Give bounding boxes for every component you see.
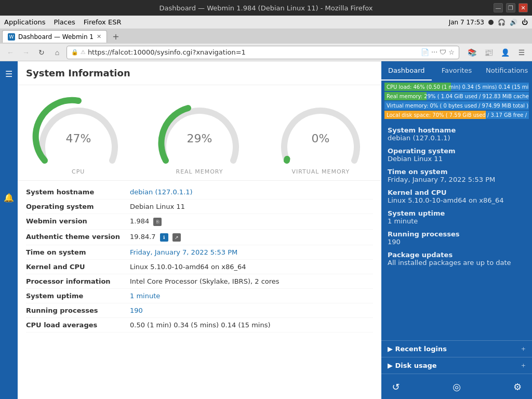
sidebar-tab-dashboard[interactable]: Dashboard (381, 61, 432, 81)
row-value-theme: 19.84.7 ℹ ↗ (130, 233, 181, 242)
row-value-hostname[interactable]: debian (127.0.1.1) (130, 188, 193, 196)
back-button[interactable]: ← (4, 46, 17, 59)
table-row: Kernel and CPU Linux 5.10.0-10-amd64 on … (26, 260, 373, 274)
menu-places[interactable]: Places (54, 18, 75, 26)
hamburger-menu[interactable]: ☰ (1, 65, 17, 82)
vmem-gauge-svg: 0% (274, 90, 367, 174)
sidebar-item-os: Operating system Debian Linux 11 (388, 147, 526, 163)
tray-icon-2: 🔊 (510, 19, 517, 26)
profile-icon[interactable]: 👤 (499, 46, 511, 59)
notification-bell[interactable]: 🔔 (1, 189, 17, 206)
info-icon[interactable]: ℹ (160, 233, 168, 242)
row-label-theme: Authentic theme version (26, 233, 130, 241)
sidebar-updates-label: Package updates (388, 251, 526, 259)
forward-button[interactable]: → (20, 46, 32, 59)
vmem-gauge: 0% VIRTUAL MEMORY (263, 90, 378, 175)
maximize-button[interactable]: ❐ (506, 3, 515, 12)
row-value-uptime[interactable]: 1 minute (130, 292, 160, 300)
tab-favicon: W (8, 33, 15, 41)
disk-status-bar: Local disk space: 70% ( 7.59 GiB used / … (384, 111, 529, 119)
svg-text:0%: 0% (312, 132, 330, 145)
home-button[interactable]: ⌂ (51, 46, 63, 59)
system-time-area: Jan 7 17:53 🎧 🔊 ⏻ (449, 19, 528, 26)
left-toolbar: ☰ 🔔 (0, 61, 18, 399)
svg-text:29%: 29% (187, 132, 212, 145)
copy-icon[interactable]: ⎘ (153, 218, 162, 226)
toolbar-icons: 📚 📰 👤 ☰ (466, 46, 528, 59)
sidebar-section-disk-usage[interactable]: ▶ Disk usage + (381, 357, 532, 374)
disk-bar-text: Local disk space: 70% ( 7.59 GiB used / … (387, 112, 529, 118)
refresh-button[interactable]: ↺ (388, 378, 404, 395)
row-value-webmin: 1.984 ⎘ (130, 217, 162, 226)
virtual-memory-bar-text: Virtual memory: 0% ( 0 bytes used / 974.… (387, 103, 528, 109)
shield-icon[interactable]: 🛡 (440, 48, 446, 56)
sidebar-kernel-value: Linux 5.10.0-10-amd64 on x86_64 (388, 196, 526, 204)
minimize-button[interactable]: — (494, 3, 503, 12)
sidebar-item-kernel: Kernel and CPU Linux 5.10.0-10-amd64 on … (388, 189, 526, 204)
tab-close-button[interactable]: ✕ (97, 33, 101, 40)
table-row: Webmin version 1.984 ⎘ (26, 214, 373, 230)
row-value-kernel: Linux 5.10.0-10-amd64 on x86_64 (130, 263, 246, 271)
sidebar-processes-value: 190 (388, 238, 526, 246)
row-label-hostname: System hostname (26, 188, 130, 196)
row-value-processor: Intel Core Processor (Skylake, IBRS), 2 … (130, 277, 280, 285)
row-value-os: Debian Linux 11 (130, 203, 185, 210)
url-more-button[interactable]: ··· (431, 48, 437, 56)
sidebar-time-value: Friday, January 7, 2022 5:53 PM (388, 176, 526, 183)
cpu-bar-bg: CPU load: 46% (0.50 (1 min) 0.34 (5 mins… (384, 83, 529, 91)
reload-button[interactable]: ↻ (35, 46, 48, 59)
title-bar: Dashboard — Webmin 1.984 (Debian Linux 1… (0, 0, 532, 16)
tray-icon-1: 🎧 (498, 19, 506, 26)
sidebar-hostname-label: System hostname (388, 126, 526, 134)
sidebar-section-recent-logins[interactable]: ▶ Recent logins + (381, 340, 532, 357)
row-label-time: Time on system (26, 248, 130, 256)
new-tab-button[interactable]: + (109, 32, 122, 42)
sidebar-tab-favorites[interactable]: Favorites (432, 61, 482, 81)
row-label-processes: Running processes (26, 307, 130, 314)
virtual-memory-status-bar: Virtual memory: 0% ( 0 bytes used / 974.… (384, 101, 529, 110)
menu-icon[interactable]: ☰ (515, 46, 528, 59)
tab-dashboard[interactable]: W Dashboard — Webmin 1 ✕ (2, 30, 107, 43)
status-bars: CPU load: 46% (0.50 (1 min) 0.34 (5 mins… (381, 81, 532, 122)
page-title: System Information (26, 68, 130, 78)
window-controls: — ❐ ✕ (494, 3, 528, 12)
https-indicator: ⚠ (81, 49, 86, 56)
bookmark-icon[interactable]: ☆ (448, 48, 455, 56)
window-title: Dashboard — Webmin 1.984 (Debian Linux 1… (159, 4, 373, 12)
url-display[interactable]: https://falcot:10000/sysinfo.cgi?xnaviga… (88, 48, 419, 56)
menu-applications[interactable]: Applications (4, 18, 45, 26)
row-value-time[interactable]: Friday, January 7, 2022 5:53 PM (130, 248, 237, 256)
url-input-wrap[interactable]: 🔒 ⚠ https://falcot:10000/sysinfo.cgi?xna… (66, 46, 459, 59)
settings-button[interactable]: ⚙ (509, 378, 526, 395)
sidebar-tab-notifications[interactable]: Notifications (482, 61, 532, 81)
cpu-bar-text: CPU load: 46% (0.50 (1 min) 0.34 (5 mins… (387, 84, 529, 90)
sidebar-item-processes: Running processes 190 (388, 230, 526, 246)
table-row: Running processes 190 (26, 303, 373, 318)
disk-usage-label: ▶ Disk usage (388, 362, 437, 369)
sidebar-icon[interactable]: 📰 (482, 46, 495, 59)
sidebar-item-uptime: System uptime 1 minute (388, 209, 526, 225)
row-label-webmin: Webmin version (26, 217, 130, 225)
reader-icon[interactable]: 📄 (421, 48, 429, 56)
tray-dot (488, 20, 494, 25)
sidebar-updates-value: All installed packages are up to date (388, 259, 526, 267)
table-row: Processor information Intel Core Process… (26, 274, 373, 289)
recent-logins-expand[interactable]: + (521, 345, 526, 352)
vmem-label: VIRTUAL MEMORY (291, 168, 350, 175)
sidebar-uptime-value: 1 minute (388, 217, 526, 225)
sidebar-processes-label: Running processes (388, 230, 526, 238)
sidebar-bottom: ↺ ◎ ⚙ (381, 374, 532, 399)
menu-firefox-esr[interactable]: Firefox ESR (84, 18, 122, 26)
page-wrapper: ☰ 🔔 System Information 47% (0, 61, 381, 399)
close-button[interactable]: ✕ (518, 3, 528, 12)
link-icon[interactable]: ↗ (172, 233, 181, 242)
tab-label: Dashboard — Webmin 1 (18, 33, 94, 41)
real-memory-bar-text: Real memory: 29% ( 1.04 GiB used / 912.8… (387, 94, 529, 99)
power-icon[interactable]: ⏻ (522, 19, 528, 26)
table-row: Operating system Debian Linux 11 (26, 200, 373, 214)
settings-alt-button[interactable]: ◎ (448, 378, 465, 395)
disk-usage-expand[interactable]: + (521, 362, 526, 369)
library-icon[interactable]: 📚 (466, 46, 478, 59)
row-value-processes[interactable]: 190 (130, 307, 143, 314)
row-value-loadavg: 0.50 (1 min) 0.34 (5 mins) 0.14 (15 mins… (130, 321, 271, 329)
